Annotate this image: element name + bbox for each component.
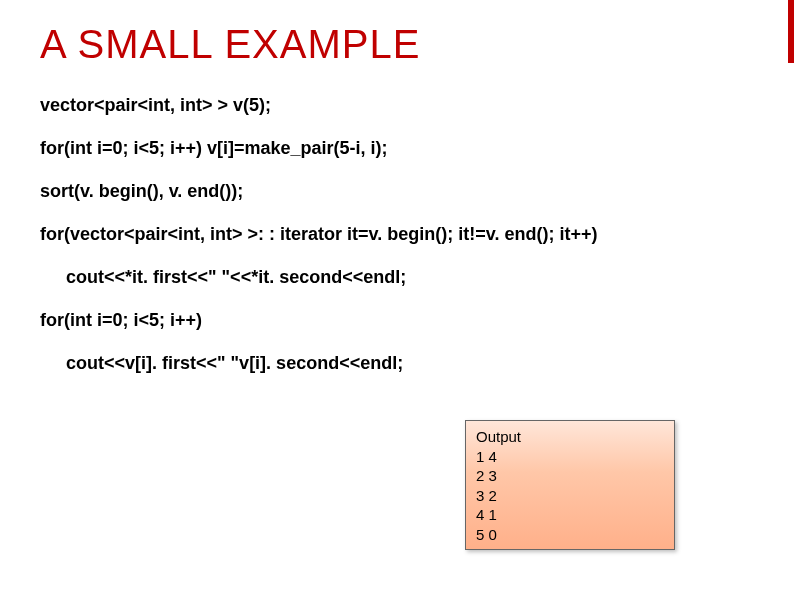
output-row: 4 1 (476, 505, 664, 525)
code-line: for(int i=0; i<5; i++) (40, 310, 754, 331)
code-line: cout<<v[i]. first<<" "v[i]. second<<endl… (40, 353, 754, 374)
output-row: 2 3 (476, 466, 664, 486)
output-box: Output 1 4 2 3 3 2 4 1 5 0 (465, 420, 675, 550)
slide-title: A SMALL EXAMPLE (40, 22, 754, 67)
code-line: cout<<*it. first<<" "<<*it. second<<endl… (40, 267, 754, 288)
output-row: 5 0 (476, 525, 664, 545)
slide-content: A SMALL EXAMPLE vector<pair<int, int> > … (0, 0, 794, 394)
code-line: for(vector<pair<int, int> >: : iterator … (40, 224, 754, 245)
output-row: 1 4 (476, 447, 664, 467)
code-line: for(int i=0; i<5; i++) v[i]=make_pair(5-… (40, 138, 754, 159)
accent-bar (788, 0, 794, 63)
output-row: 3 2 (476, 486, 664, 506)
code-block: vector<pair<int, int> > v(5); for(int i=… (40, 95, 754, 374)
output-label: Output (476, 427, 664, 447)
code-line: sort(v. begin(), v. end()); (40, 181, 754, 202)
code-line: vector<pair<int, int> > v(5); (40, 95, 754, 116)
